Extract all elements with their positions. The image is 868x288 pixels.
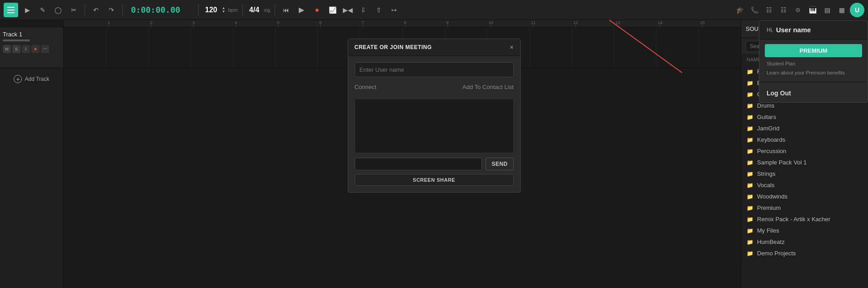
view-button[interactable]: ▦ [835,4,848,16]
folder-icon: 📁 [747,91,753,98]
add-contact-button[interactable]: Add To Contact List [462,82,514,92]
modal-close-button[interactable]: × [510,44,513,51]
username-input[interactable] [355,62,514,77]
folder-item[interactable]: 📁Sample Pack Vol 1 [741,157,868,168]
automation-button[interactable]: 📈 [326,4,339,16]
grid-line [233,27,233,68]
connect-button[interactable]: Connect [355,82,376,92]
folder-item[interactable]: 📁Strings [741,168,868,179]
cut-tool-button[interactable]: ✂ [67,4,80,16]
ruler-mark: 3 [192,20,195,28]
skip-back-button[interactable]: ⏮ [280,4,292,16]
menu-button[interactable] [4,3,18,17]
ruler-mark: 11 [531,20,536,28]
folder-item[interactable]: 📁Guitars [741,111,868,123]
folder-icon: 📁 [747,69,753,75]
folder-item[interactable]: 📁My Files [741,225,868,236]
share-button[interactable]: ↦ [388,4,401,16]
logout-button[interactable]: Log Out [759,84,868,102]
divider-2 [122,5,123,15]
loop-toggle-button[interactable]: ▶◀ [341,4,354,16]
undo-button[interactable]: ↶ [90,4,102,16]
pencil-tool-button[interactable]: ✎ [36,4,49,16]
folder-item[interactable]: 📁Woodwinds [741,191,868,202]
track-vol-knob[interactable] [3,40,30,41]
track-record-button[interactable]: ■ [31,45,40,53]
ruler-mark: 4 [235,20,237,28]
play-button[interactable]: ▶ [295,4,308,16]
folder-item[interactable]: 📁Vocals [741,179,868,191]
ruler-mark: 1 [108,20,110,28]
user-avatar-button[interactable]: U [850,3,864,17]
loop-tool-button[interactable]: ◯ [52,4,65,16]
folder-icon: 📁 [747,114,753,120]
message-input[interactable] [355,158,482,170]
select-tool-button[interactable]: ▶ [21,4,34,16]
mute-button[interactable]: M [3,45,11,53]
folder-name: HumBeatz [757,238,863,245]
ruler-mark: 14 [658,20,662,28]
folder-icon: 📁 [747,137,753,143]
record-button[interactable]: ● [311,4,323,16]
track-down-button[interactable]: ⇩ [22,45,30,53]
ruler-mark: 9 [447,20,449,28]
premium-button[interactable]: PREMIUM [765,44,862,57]
grid-line [698,27,699,68]
settings-button[interactable]: ⛭ [792,4,804,16]
bpm-display[interactable]: 120 [205,6,217,14]
solo-button[interactable]: S [12,45,20,53]
send-button[interactable]: SEND [486,158,513,170]
dropdown-header: Hi, User name [759,20,868,40]
ruler-mark: 6 [319,20,321,28]
eq-button[interactable]: ▤ [821,4,833,16]
ruler-mark: 7 [361,20,364,28]
bpm-arrows[interactable]: ▲▼ [222,6,226,14]
folder-name: Guitars [757,114,863,120]
folder-name: Keyboards [757,136,863,143]
folder-item[interactable]: 📁Percussion [741,145,868,157]
ruler-mark: 8 [404,20,406,28]
ruler-mark: 13 [616,20,620,28]
folder-name: Drums [757,102,863,109]
import-button[interactable]: ⇧ [372,4,385,16]
folder-item[interactable]: 📁Demo Projects [741,248,868,259]
time-sig-display[interactable]: 4/4 [249,6,259,14]
toolbar-right: 🎓 📞 ☷ ☷ ⛭ 🎹 ▤ ▦ U [733,3,864,17]
export-button[interactable]: ⇩ [357,4,370,16]
call-button[interactable]: 📞 [748,4,761,16]
grid-line [529,27,530,68]
folder-name: My Files [757,227,863,234]
add-track-icon: + [14,75,22,83]
folder-icon: 📁 [747,103,753,109]
dropdown-benefits[interactable]: Learn about your Premium benefits [759,68,868,80]
screen-share-button[interactable]: SCREEN SHARE [355,174,514,186]
divider-4 [242,5,243,15]
folder-item[interactable]: 📁HumBeatz [741,236,868,248]
ruler-mark: 12 [573,20,578,28]
toolbar: ▶ ✎ ◯ ✂ ↶ ↷ 0:00:00.00 120 ▲▼ bpm 4/4 si… [0,0,868,20]
modal-header: CREATE OR JOIN MEETING × [348,39,520,56]
folder-icon: 📁 [747,216,753,223]
redo-button[interactable]: ↷ [105,4,118,16]
track-controls: M S ⇩ ■ 〰 [3,45,60,53]
folder-icon: 📁 [747,250,753,257]
folder-item[interactable]: 📁JamGrid [741,123,868,134]
learn-button[interactable]: 🎓 [733,4,746,16]
folder-item[interactable]: 📁Remix Pack - Artik x Kacher [741,214,868,225]
user-dropdown: Hi, User name PREMIUM Student Plan Learn… [759,20,868,103]
grid-line [106,27,106,68]
grid-line [572,27,572,68]
add-track-label: Add Track [25,76,49,82]
dropdown-plan: Student Plan [759,59,868,68]
track-wave-button[interactable]: 〰 [41,45,49,53]
grid-view-button[interactable]: ☷ [763,4,775,16]
piano-button[interactable]: 🎹 [806,4,819,16]
folder-item[interactable]: 📁Premium [741,202,868,214]
add-track-area[interactable]: + Add Track [0,70,63,88]
folder-icon: 📁 [747,182,753,189]
meeting-modal: CREATE OR JOIN MEETING × Connect Add To … [348,39,521,193]
folder-name: Vocals [757,182,863,189]
folder-item[interactable]: 📁Keyboards [741,134,868,145]
mixer-button[interactable]: ☷ [777,4,790,16]
grid-line [317,27,318,68]
